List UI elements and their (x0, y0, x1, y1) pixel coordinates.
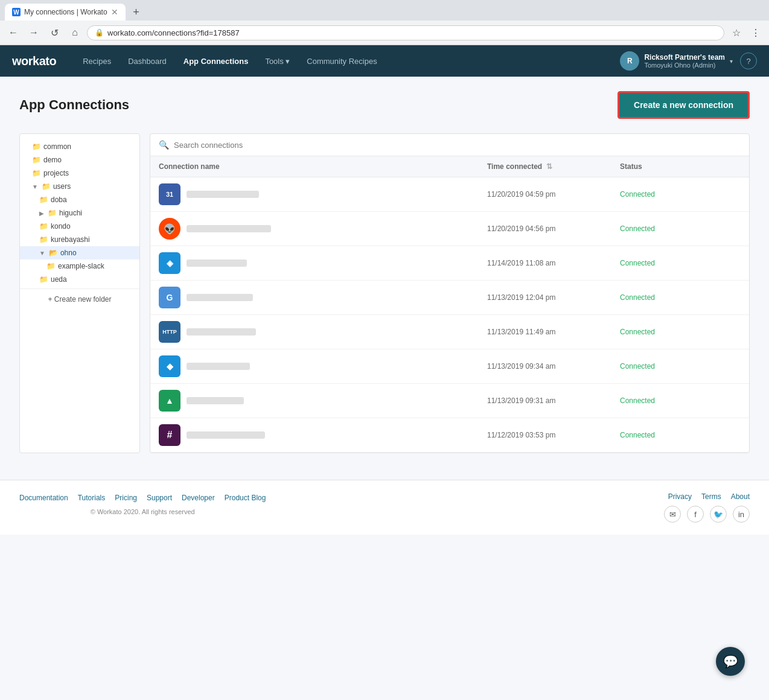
user-avatar: R (620, 51, 639, 71)
table-row[interactable]: # 11/12/2019 03:53 pm Connected (150, 418, 749, 453)
active-tab[interactable]: W My connections | Workato ✕ (5, 4, 126, 21)
conn-name-cell: # (159, 424, 487, 446)
sidebar-item-common[interactable]: 📁 common (20, 140, 139, 153)
status-badge: Connected (620, 224, 741, 233)
facebook-icon[interactable]: f (687, 506, 704, 523)
search-input[interactable] (174, 141, 741, 150)
table-row[interactable]: 31 11/20/2019 04:59 pm Connected (150, 177, 749, 212)
folder-icon: 📁 (46, 262, 56, 270)
search-icon: 🔍 (159, 140, 169, 150)
footer-link-docs[interactable]: Documentation (19, 494, 68, 502)
address-bar[interactable]: 🔒 workato.com/connections?fid=178587 (87, 25, 724, 40)
sidebar-item-ohno[interactable]: ▼ 📂 ohno (20, 246, 139, 259)
forward-btn[interactable]: → (25, 24, 42, 41)
email-icon[interactable]: ✉ (664, 506, 681, 523)
footer-terms[interactable]: Terms (701, 492, 721, 501)
app-logo: workato (12, 54, 56, 68)
back-btn[interactable]: ← (5, 24, 22, 41)
table-row[interactable]: ◈ 11/14/2019 11:08 am Connected (150, 246, 749, 281)
footer-link-blog[interactable]: Product Blog (225, 494, 266, 502)
connections-panel: 🔍 Connection name Time connected ⇅ Statu… (150, 133, 750, 453)
sidebar-item-higuchi[interactable]: ▶ 📁 higuchi (20, 206, 139, 220)
conn-icon: G (159, 287, 180, 308)
sidebar-item-doba[interactable]: 📁 doba (20, 193, 139, 206)
nav-tools[interactable]: Tools ▾ (257, 45, 298, 77)
sidebar-item-projects[interactable]: 📁 projects (20, 167, 139, 180)
table-header: Connection name Time connected ⇅ Status (150, 156, 749, 177)
sidebar-item-example-slack[interactable]: 📁 example-slack (20, 259, 139, 273)
folder-icon: 📁 (48, 209, 57, 217)
folder-icon: 📁 (32, 142, 41, 151)
footer-link-developer[interactable]: Developer (182, 494, 215, 502)
page-header: App Connections Create a new connection (19, 91, 750, 119)
twitter-icon[interactable]: 🐦 (710, 506, 727, 523)
footer-right-links: Privacy Terms About (668, 492, 750, 501)
linkedin-icon[interactable]: in (733, 506, 750, 523)
footer-copyright: © Workato 2020. All rights reserved (19, 508, 266, 515)
nav-recipes[interactable]: Recipes (74, 45, 120, 77)
conn-time: 11/20/2019 04:56 pm (487, 224, 620, 233)
footer-right: Privacy Terms About ✉ f 🐦 in (664, 492, 750, 523)
conn-name-cell: HTTP (159, 321, 487, 343)
conn-icon: ◆ (159, 355, 180, 377)
conn-name-blur (187, 294, 253, 301)
conn-name-blur (187, 328, 256, 336)
menu-btn[interactable]: ⋮ (747, 24, 764, 41)
sidebar-item-demo[interactable]: 📁 demo (20, 153, 139, 167)
browser-chrome: W My connections | Workato ✕ + (0, 0, 769, 21)
table-row[interactable]: ▲ 11/13/2019 09:31 am Connected (150, 384, 749, 418)
sidebar-item-kurebayashi[interactable]: 📁 kurebayashi (20, 233, 139, 246)
folder-icon: 📁 (39, 222, 48, 231)
table-row[interactable]: ◆ 11/13/2019 09:34 am Connected (150, 349, 749, 384)
folder-icon: 📁 (42, 182, 51, 191)
conn-time: 11/13/2019 09:31 am (487, 396, 620, 405)
nav-dashboard[interactable]: Dashboard (120, 45, 175, 77)
sort-icon[interactable]: ⇅ (546, 162, 552, 171)
create-folder-btn[interactable]: + Create new folder (20, 288, 139, 310)
col-time: Time connected ⇅ (487, 162, 620, 171)
footer: Documentation Tutorials Pricing Support … (0, 480, 769, 535)
table-row[interactable]: 👽 11/20/2019 04:56 pm Connected (150, 212, 749, 246)
browser-actions: ☆ ⋮ (728, 24, 764, 41)
table-row[interactable]: HTTP 11/13/2019 11:49 am Connected (150, 315, 749, 349)
sidebar-item-label: example-slack (58, 262, 104, 270)
footer-link-pricing[interactable]: Pricing (115, 494, 137, 502)
col-status: Status (620, 162, 741, 171)
sidebar-item-kondo[interactable]: 📁 kondo (20, 220, 139, 233)
browser-tabs: W My connections | Workato ✕ + (5, 4, 764, 21)
nav-community[interactable]: Community Recipes (298, 45, 385, 77)
sidebar-item-label: ohno (60, 249, 77, 257)
conn-name-blur (187, 225, 271, 232)
chevron-right-icon: ▶ (39, 210, 44, 217)
table-row[interactable]: G 11/13/2019 12:04 pm Connected (150, 281, 749, 315)
footer-link-tutorials[interactable]: Tutorials (78, 494, 106, 502)
conn-name-cell: ◆ (159, 355, 487, 377)
nav-app-connections[interactable]: App Connections (175, 45, 257, 77)
user-info[interactable]: R Ricksoft Partner's team Tomoyuki Ohno … (620, 51, 733, 71)
folder-icon: 📁 (39, 275, 48, 284)
status-badge: Connected (620, 396, 741, 405)
footer-left: Documentation Tutorials Pricing Support … (19, 494, 266, 521)
search-bar: 🔍 (150, 134, 749, 156)
sidebar-item-ueda[interactable]: 📁 ueda (20, 273, 139, 286)
conn-name-cell: 👽 (159, 218, 487, 240)
home-btn[interactable]: ⌂ (66, 24, 83, 41)
footer-link-support[interactable]: Support (147, 494, 172, 502)
tab-close-btn[interactable]: ✕ (111, 7, 118, 17)
lock-icon: 🔒 (95, 28, 104, 37)
footer-about[interactable]: About (731, 492, 750, 501)
help-btn[interactable]: ? (740, 52, 757, 69)
user-name: Tomoyuki Ohno (Admin) (644, 62, 725, 69)
bookmark-btn[interactable]: ☆ (728, 24, 745, 41)
sidebar-item-label: kurebayashi (51, 235, 90, 244)
user-text-block: Ricksoft Partner's team Tomoyuki Ohno (A… (644, 53, 725, 69)
sidebar-item-users[interactable]: ▼ 📁 users (20, 180, 139, 193)
folder-icon: 📁 (32, 156, 41, 164)
footer-privacy[interactable]: Privacy (668, 492, 692, 501)
conn-icon: HTTP (159, 321, 180, 343)
reload-btn[interactable]: ↺ (46, 24, 63, 41)
new-tab-btn[interactable]: + (128, 4, 145, 21)
conn-icon: 31 (159, 183, 180, 205)
tab-title: My connections | Workato (24, 8, 107, 16)
create-connection-btn[interactable]: Create a new connection (617, 91, 750, 119)
